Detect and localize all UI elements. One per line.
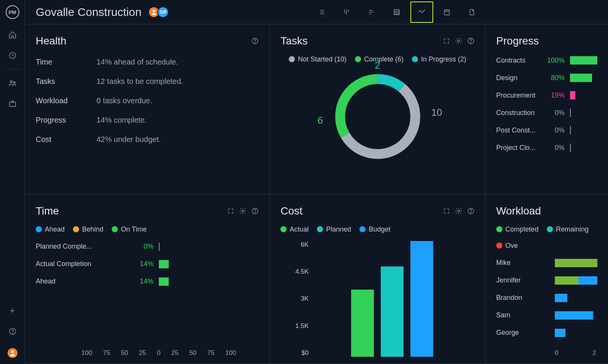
legend-item: In Progress (2) <box>412 55 466 63</box>
gear-icon[interactable] <box>239 207 247 215</box>
health-panel: Health Time 14% ahead of schedule. Tasks… <box>25 24 270 194</box>
tasks-panel: Tasks Not Started (10)Complete (6)In Pro… <box>270 24 486 194</box>
legend-dot <box>547 226 553 232</box>
workload-row: George <box>496 329 597 337</box>
people-icon[interactable] <box>8 79 17 88</box>
expand-icon[interactable] <box>227 207 234 215</box>
legend-dot <box>412 56 418 62</box>
health-row: Workload 0 tasks overdue. <box>36 96 259 105</box>
help-icon[interactable] <box>8 327 17 336</box>
legend-dot <box>289 56 295 62</box>
svg-point-6 <box>11 350 14 353</box>
app-logo[interactable]: PM <box>6 5 19 19</box>
panel-title: Workload <box>496 205 541 217</box>
cost-bar <box>410 241 433 357</box>
help-icon[interactable] <box>467 37 475 45</box>
legend-dot <box>496 243 502 249</box>
cost-panel: Cost ActualPlannedBudget 6K4.5K3K1.5K$0 <box>270 194 486 364</box>
donut-label-left: 6 <box>318 115 323 126</box>
time-pct: 14% <box>132 277 154 285</box>
gear-icon[interactable] <box>455 207 462 215</box>
tick: 75 <box>103 349 110 357</box>
health-key: Cost <box>36 135 93 144</box>
workload-row: Jennifer <box>496 276 597 285</box>
tick: 50 <box>189 349 196 357</box>
workload-axis: 02 <box>496 349 597 357</box>
recent-icon[interactable] <box>8 51 17 60</box>
progress-row: Procurement 19% <box>496 91 597 99</box>
time-pct: 0% <box>132 243 154 251</box>
workload-bar <box>555 311 597 320</box>
left-rail: PM + <box>0 0 25 364</box>
svg-point-2 <box>13 82 15 84</box>
cost-chart: 6K4.5K3K1.5K$0 <box>280 241 475 357</box>
view-files-icon[interactable] <box>461 2 483 23</box>
progress-row: Design 80% <box>496 74 597 82</box>
health-value: 12 tasks to be completed. <box>97 77 183 86</box>
home-icon[interactable] <box>8 30 17 39</box>
workload-legend: CompletedRemainingOve <box>496 225 597 250</box>
health-row: Tasks 12 tasks to be completed. <box>36 77 259 86</box>
help-icon[interactable] <box>467 207 475 215</box>
panel-title: Tasks <box>280 35 308 47</box>
view-sheet-icon[interactable] <box>385 2 408 23</box>
avatar[interactable]: GP <box>157 6 169 18</box>
panel-title: Health <box>36 35 66 47</box>
legend-item: Completed <box>496 225 538 233</box>
progress-row: Project Clo... 0% <box>496 143 597 152</box>
panel-title: Time <box>36 205 59 217</box>
workload-seg <box>555 294 568 302</box>
time-label: Planned Comple... <box>36 243 127 251</box>
svg-rect-8 <box>394 9 399 14</box>
workload-name: Jennifer <box>496 276 549 284</box>
panel-title: Cost <box>280 205 302 217</box>
progress-fill <box>570 91 575 99</box>
time-row: Ahead 14% <box>36 277 259 286</box>
view-list-icon[interactable] <box>310 2 333 23</box>
workload-row: Mike <box>496 259 597 267</box>
legend-item: On Time <box>112 225 147 233</box>
time-bar-zero <box>159 243 160 251</box>
workload-name: Sam <box>496 311 549 319</box>
progress-bar <box>570 56 597 65</box>
health-value: 42% under budget. <box>97 135 161 144</box>
legend-dot <box>73 226 79 232</box>
progress-panel: Progress Contracts 100% Design 80% Procu… <box>486 24 608 194</box>
view-calendar-icon[interactable] <box>435 2 458 23</box>
legend-dot <box>36 226 42 232</box>
svg-point-5 <box>12 333 13 333</box>
view-gantt-icon[interactable] <box>360 2 383 23</box>
view-dashboard-icon[interactable] <box>410 2 433 23</box>
progress-pct: 0% <box>546 109 565 117</box>
progress-label: Design <box>496 74 540 82</box>
progress-row: Contracts 100% <box>496 56 597 65</box>
progress-label: Procurement <box>496 91 540 99</box>
workload-bar <box>555 276 597 285</box>
health-value: 14% ahead of schedule. <box>97 58 178 66</box>
dashboard-grid: Health Time 14% ahead of schedule. Tasks… <box>25 24 608 364</box>
y-tick: 3K <box>301 295 309 303</box>
progress-bar <box>570 143 597 152</box>
health-row: Time 14% ahead of schedule. <box>36 58 259 66</box>
briefcase-icon[interactable] <box>8 99 17 108</box>
tasks-donut: 2 6 10 <box>328 67 427 166</box>
add-icon[interactable]: + <box>8 306 17 315</box>
progress-label: Contracts <box>496 57 540 65</box>
user-avatar-rail[interactable] <box>7 347 18 359</box>
svg-point-21 <box>458 210 459 212</box>
help-icon[interactable] <box>251 207 259 215</box>
progress-label: Post Const... <box>496 126 540 134</box>
legend-dot <box>355 56 361 62</box>
view-board-icon[interactable] <box>335 2 358 23</box>
gear-icon[interactable] <box>455 37 462 45</box>
progress-pct: 0% <box>546 126 565 134</box>
health-value: 0 tasks overdue. <box>97 96 152 105</box>
progress-bar <box>570 74 597 82</box>
legend-item: Not Started (10) <box>289 55 347 63</box>
help-icon[interactable] <box>251 37 259 45</box>
expand-icon[interactable] <box>443 207 450 215</box>
project-avatars[interactable]: GP <box>150 6 169 18</box>
tick: 50 <box>121 349 128 357</box>
expand-icon[interactable] <box>443 37 450 45</box>
workload-seg <box>555 311 593 320</box>
